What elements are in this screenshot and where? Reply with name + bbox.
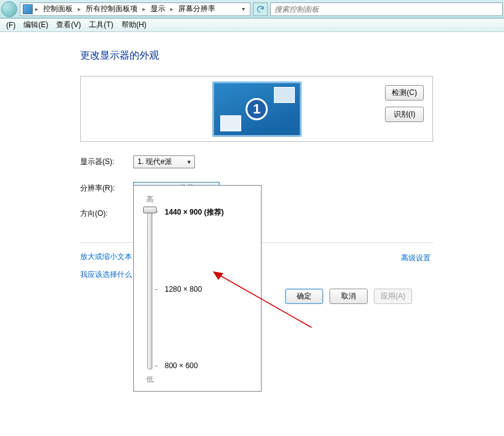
resolution-option[interactable]: 1280 × 800 (165, 285, 202, 294)
chevron-right-icon: ▸ (34, 6, 39, 12)
chevron-right-icon: ▸ (141, 6, 147, 12)
slider-high-label: 高 (146, 194, 252, 205)
window-mini-icon (220, 115, 241, 131)
monitor-thumbnail[interactable]: 1 (212, 81, 302, 137)
detect-button[interactable]: 检测(C) (385, 85, 424, 101)
display-value: 1. 现代e派 (138, 157, 172, 167)
ok-button[interactable]: 确定 (285, 289, 323, 304)
apply-button: 应用(A) (374, 289, 412, 304)
resolution-label: 分辨率(R): (80, 183, 121, 194)
monitor-preview-panel: 1 检测(C) 识别(I) (80, 76, 433, 142)
resolution-option[interactable]: 800 × 600 (165, 361, 198, 370)
menu-edit[interactable]: 编辑(E) (20, 19, 52, 31)
display-label: 显示器(S): (80, 157, 121, 167)
menu-tools[interactable]: 工具(T) (85, 19, 117, 31)
display-dropdown[interactable]: 1. 现代e派 ▼ (133, 155, 195, 168)
breadcrumb-item[interactable]: 所有控制面板项 (83, 2, 140, 15)
menu-view[interactable]: 查看(V) (52, 19, 85, 31)
resolution-slider-track[interactable] (147, 209, 152, 369)
chevron-right-icon: ▸ (169, 6, 175, 12)
resolution-slider-popup: 高 1440 × 900 (推荐) 1280 × 800 800 × 600 低 (133, 185, 262, 392)
menu-file[interactable]: (F) (2, 20, 19, 31)
breadcrumb-item[interactable]: 显示 (148, 2, 168, 15)
search-input[interactable] (275, 5, 499, 14)
refresh-button[interactable] (253, 2, 268, 16)
orientation-label: 方向(O): (80, 208, 121, 219)
page-title: 更改显示器的外观 (80, 49, 504, 62)
menu-bar: (F) 编辑(E) 查看(V) 工具(T) 帮助(H) (0, 19, 504, 32)
nav-back-button[interactable] (1, 1, 17, 17)
window-mini-icon (274, 87, 295, 103)
resolution-option[interactable]: 1440 × 900 (推荐) (165, 207, 224, 218)
control-panel-icon (23, 4, 33, 14)
breadcrumb-item[interactable]: 屏幕分辨率 (176, 2, 218, 15)
monitor-number-badge: 1 (246, 98, 268, 120)
menu-help[interactable]: 帮助(H) (118, 19, 151, 31)
advanced-settings-link[interactable]: 高级设置 (401, 253, 431, 263)
identify-button[interactable]: 识别(I) (385, 107, 424, 122)
search-box[interactable] (270, 2, 503, 16)
refresh-icon (256, 5, 265, 14)
chevron-down-icon: ▼ (186, 159, 192, 165)
breadcrumb[interactable]: ▸ 控制面板 ▸ 所有控制面板项 ▸ 显示 ▸ 屏幕分辨率 ▾ (20, 2, 250, 16)
cancel-button[interactable]: 取消 (329, 289, 368, 304)
chevron-right-icon: ▸ (76, 6, 82, 12)
breadcrumb-dropdown-icon[interactable]: ▾ (239, 6, 247, 12)
resolution-slider-thumb[interactable] (143, 207, 157, 213)
breadcrumb-item[interactable]: 控制面板 (41, 2, 75, 15)
slider-low-label: 低 (146, 374, 154, 385)
